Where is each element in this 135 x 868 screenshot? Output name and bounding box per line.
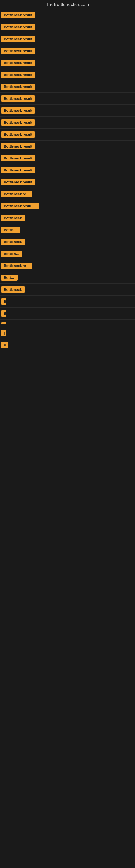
site-header: TheBottlenecker.com (0, 0, 135, 9)
result-row: Bottleneck result (0, 117, 135, 129)
bottleneck-result-badge[interactable]: Bottleneck result (1, 95, 35, 102)
result-row: Bottleneck (0, 284, 135, 296)
result-row: Bottleneck re (0, 188, 135, 200)
result-row: Bottleneck (0, 212, 135, 224)
result-row (0, 319, 135, 328)
bottleneck-result-badge[interactable]: Bottleneck result (1, 12, 35, 18)
bottleneck-result-badge[interactable]: Bot (1, 342, 8, 348)
result-row: Bottlenec (0, 248, 135, 260)
result-row: Bottleneck result (0, 21, 135, 33)
bottleneck-result-badge[interactable]: Bottleneck result (1, 60, 35, 66)
result-row: Bottleneck result (0, 57, 135, 69)
bottleneck-result-badge[interactable] (1, 322, 6, 324)
bottleneck-result-badge[interactable]: Bottlenec (1, 251, 22, 257)
bottleneck-result-badge[interactable]: Bottleneck result (1, 107, 35, 114)
bottleneck-result-badge[interactable]: Bottleneck re (1, 191, 32, 197)
bottleneck-result-badge[interactable]: Bottleneck result (1, 24, 35, 30)
result-row: Bottleneck result (0, 176, 135, 188)
bottleneck-result-badge[interactable]: Bottleneck result (1, 119, 35, 126)
result-row: Bottlene (0, 224, 135, 236)
result-row: Bot (0, 339, 135, 351)
result-row: Bottleneck (0, 236, 135, 248)
result-row: Bottleneck result (0, 45, 135, 57)
bottleneck-result-badge[interactable]: Bottlene (1, 227, 20, 233)
bottleneck-result-badge[interactable]: Bottleneck result (1, 143, 35, 150)
result-row: | (0, 328, 135, 339)
bottleneck-result-badge[interactable]: Bottleneck result (1, 179, 35, 185)
bottleneck-result-badge[interactable]: Bottleneck result (1, 155, 35, 161)
result-row: Bottleneck result (0, 129, 135, 141)
result-row: Bottleneck result (0, 81, 135, 93)
results-list: Bottleneck resultBottleneck resultBottle… (0, 9, 135, 758)
bottleneck-result-badge[interactable]: Bottleneck result (1, 84, 35, 90)
bottleneck-result-badge[interactable]: Bottleneck result (1, 72, 35, 78)
result-row: Bottleneck result (0, 105, 135, 117)
bottleneck-result-badge[interactable]: Bottleneck re (1, 262, 32, 269)
result-row: Bottleneck resul (0, 200, 135, 212)
bottleneck-result-badge[interactable]: Bottleneck (1, 215, 25, 221)
bottleneck-result-badge[interactable]: Bottleneck resul (1, 203, 39, 209)
bottleneck-result-badge[interactable]: Bottleneck (1, 286, 25, 293)
bottleneck-result-badge[interactable]: Bottleneck (1, 239, 25, 245)
bottleneck-result-badge[interactable]: Bottleneck result (1, 167, 35, 173)
bottleneck-result-badge[interactable]: Bottleneck result (1, 131, 35, 137)
bottleneck-result-badge[interactable]: Bo (1, 299, 6, 305)
result-row: Bottleneck re (0, 260, 135, 272)
result-row: Bottleneck result (0, 152, 135, 164)
result-row: Bottleneck result (0, 164, 135, 176)
result-row: Bottleneck result (0, 9, 135, 21)
bottleneck-result-badge[interactable]: | (1, 330, 6, 336)
bottleneck-result-badge[interactable]: B (1, 310, 6, 316)
result-row: Bottleneck result (0, 93, 135, 105)
result-row: Bottleneck result (0, 69, 135, 81)
bottleneck-result-badge[interactable]: Bottleneck result (1, 36, 35, 42)
site-title: TheBottlenecker.com (0, 0, 135, 9)
result-row: Bottlen (0, 272, 135, 284)
bottleneck-result-badge[interactable]: Bottleneck result (1, 48, 35, 54)
result-row: Bottleneck result (0, 33, 135, 45)
bottleneck-result-badge[interactable]: Bottlen (1, 275, 17, 281)
result-row: Bo (0, 296, 135, 308)
result-row: B (0, 308, 135, 319)
result-row: Bottleneck result (0, 141, 135, 152)
